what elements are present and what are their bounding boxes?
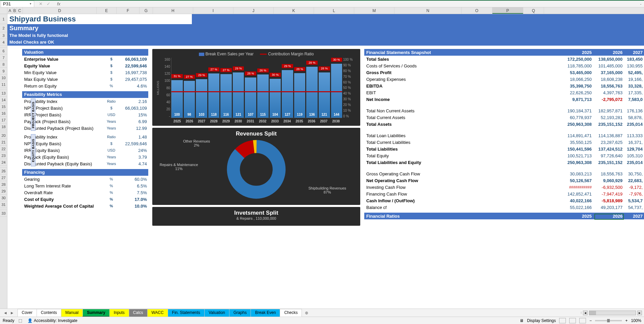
normal-view-icon[interactable] (559, 318, 566, 323)
column-header[interactable]: P (492, 7, 523, 14)
row-headers: 1 2 3 4 6 7 8 9 10 11 13 14 15 16 17 18 … (0, 14, 7, 309)
sheet-tab-summary[interactable]: Summary (83, 309, 110, 317)
column-header[interactable]: D (23, 7, 97, 14)
investment-split-chart: Invetsment Split & Repairs , 110,000,000 (152, 207, 360, 226)
confirm-icon[interactable]: ✓ (47, 1, 50, 6)
horizontal-scrollbar[interactable] (589, 311, 636, 315)
row-header[interactable]: 21 (0, 139, 7, 146)
zoom-value[interactable]: 100% (631, 318, 641, 323)
row-header[interactable]: 4 (0, 39, 7, 46)
column-header[interactable]: Q (523, 7, 544, 14)
investment-title: Invetsment Split (156, 210, 356, 216)
row-header[interactable]: 29 (0, 188, 7, 195)
row-header[interactable]: 27 (0, 174, 7, 181)
page-break-icon[interactable] (579, 318, 586, 323)
sheet-tab-calcs[interactable]: Calcs (129, 309, 148, 317)
row-header[interactable]: 17 (0, 117, 7, 123)
column-headers: ABCDEFGHIJKLMNOPQ (0, 7, 644, 14)
add-sheet-icon[interactable]: ⊕ (302, 311, 312, 315)
row-header[interactable]: 20 (0, 132, 7, 139)
row-header[interactable]: 33 (0, 210, 7, 217)
bar: 29 %121 (233, 72, 244, 118)
row-header[interactable]: 11 (0, 81, 7, 88)
row-header[interactable]: 30 (0, 195, 7, 201)
name-box[interactable]: P31 ▼ (1, 1, 34, 7)
accessibility-status[interactable]: Accessibility: Investigate (34, 318, 77, 323)
column-header[interactable]: L (314, 7, 354, 14)
display-settings[interactable]: Display Settings (527, 318, 556, 323)
row-header[interactable]: 10 (0, 74, 7, 81)
column-header[interactable]: C (17, 7, 23, 14)
sheet-tab-cover[interactable]: Cover (17, 309, 37, 317)
bar: 27 %116 (220, 74, 232, 118)
scroll-right-icon[interactable]: ► (637, 311, 642, 315)
select-all-corner[interactable] (0, 7, 7, 14)
page-layout-icon[interactable] (569, 318, 576, 323)
fin-row: Net Operating Cash Flow50,126,5679,060,9… (364, 177, 644, 184)
row-header[interactable]: 24 (0, 159, 7, 166)
row-header[interactable]: 23 (0, 152, 7, 159)
zoom-out-icon[interactable]: − (589, 318, 592, 323)
sheet-tab-inputs[interactable]: Inputs (109, 309, 129, 317)
project-basis-label: PROJECT BASIS (31, 99, 36, 131)
row-header[interactable]: 26 (0, 168, 7, 174)
sheet-tab-break-even[interactable]: Break Even (251, 309, 280, 317)
sheet-tab-manual[interactable]: Manual (61, 309, 83, 317)
accessibility-icon[interactable]: 👤 (28, 318, 33, 323)
fin-row: Gross Profit53,465,00037,165,00052,495, (364, 69, 644, 76)
row-header[interactable]: 2 (0, 24, 7, 32)
legend-bars: Break Even Sales per Year (206, 52, 254, 56)
column-header[interactable]: B (13, 7, 17, 14)
row-header[interactable]: 16 (0, 110, 7, 117)
bar: 31 %100 (171, 80, 183, 118)
column-header[interactable]: J (233, 7, 274, 14)
fin-row: EBITDA35,398,75018,556,76333,328, (364, 83, 644, 89)
tab-navigation[interactable]: ◄► (0, 311, 17, 315)
donut-label-other: Other Revenues2% (183, 139, 210, 147)
sheet-tab-contents[interactable]: Contents (37, 309, 61, 317)
data-row: IRR (Project Basis)USD15% (22, 111, 148, 118)
legend-line: Contribution Margin Ratio (268, 52, 314, 56)
row-header[interactable]: 14 (0, 97, 7, 103)
fin-row: Cash Inflow / (OutFlow)40,022,166-5,818,… (364, 197, 644, 204)
cancel-icon[interactable]: ✕ (39, 1, 43, 6)
column-header[interactable]: K (274, 7, 314, 14)
scroll-left-icon[interactable]: ◄ (583, 311, 588, 315)
sheet-tab-wacc[interactable]: WACC (147, 309, 168, 317)
row-header[interactable]: 18 (0, 123, 7, 130)
row-header[interactable]: 31 (0, 201, 7, 208)
column-header[interactable]: I (193, 7, 233, 14)
column-header[interactable]: H (153, 7, 193, 14)
display-settings-icon[interactable]: 🖥 (520, 318, 524, 323)
column-header[interactable]: G (140, 7, 153, 14)
column-header[interactable]: F (117, 7, 140, 14)
row-header[interactable]: 28 (0, 181, 7, 188)
row-header[interactable]: 6 (0, 48, 7, 54)
formula-expand-icon[interactable]: ⌄ (638, 2, 644, 5)
sheet-tab-checks[interactable]: Checks (280, 309, 302, 317)
fx-icon[interactable]: fx (55, 1, 60, 6)
column-header[interactable]: N (394, 7, 462, 14)
row-header[interactable]: 15 (0, 103, 7, 110)
column-header[interactable]: E (97, 7, 117, 14)
row-header[interactable]: 13 (0, 90, 7, 97)
selected-cell[interactable] (594, 214, 624, 220)
status-ready: Ready (3, 318, 14, 323)
row-header[interactable]: 1 (0, 14, 7, 24)
row-header[interactable]: 7 (0, 54, 7, 61)
zoom-in-icon[interactable]: + (625, 318, 628, 323)
sheet-tab-fin-statements[interactable]: Fin. Statements (168, 309, 205, 317)
y-axis-title: MILLIONS (156, 58, 161, 118)
column-header[interactable]: O (462, 7, 492, 14)
row-header[interactable]: 3 (0, 32, 7, 39)
row-header[interactable]: 22 (0, 146, 7, 152)
sheet-tab-valuation[interactable]: Valuation (204, 309, 229, 317)
column-header[interactable]: A (7, 7, 13, 14)
column-header[interactable]: M (354, 7, 394, 14)
row-header[interactable]: 8 (0, 61, 7, 68)
row-header[interactable]: 9 (0, 68, 7, 74)
zoom-slider[interactable] (595, 320, 622, 321)
sheet-tab-graphs[interactable]: Graphs (229, 309, 251, 317)
grid[interactable]: Shipyard Business Summary The Model is f… (7, 14, 644, 309)
name-box-dropdown-icon[interactable]: ▼ (29, 2, 32, 5)
